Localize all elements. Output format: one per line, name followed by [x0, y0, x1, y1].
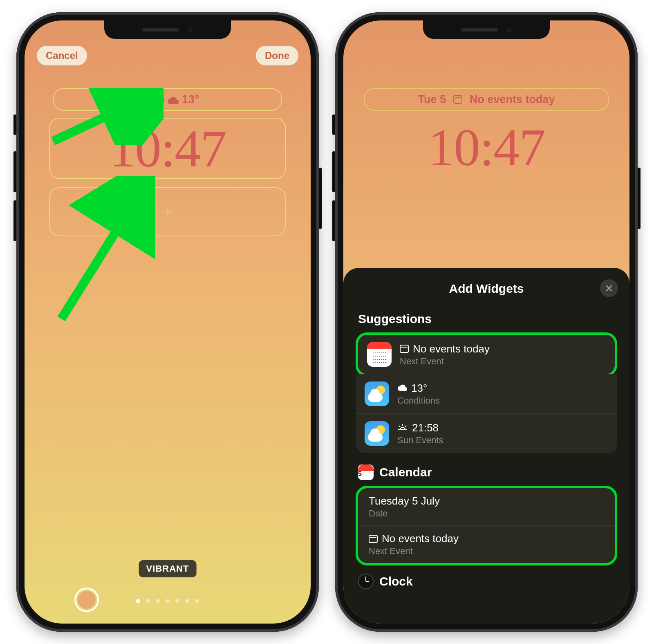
filter-label: VIBRANT	[139, 560, 197, 577]
done-button[interactable]: Done	[256, 46, 298, 65]
page-dots[interactable]	[136, 599, 199, 603]
widget-title: Tuesday 5 July	[369, 495, 440, 507]
close-icon	[605, 284, 613, 292]
color-swatch-button[interactable]	[78, 591, 96, 609]
suggestion-subtitle: Next Event	[400, 356, 490, 367]
events-text: No events today	[470, 93, 555, 106]
clock-section-header[interactable]: Clock	[358, 574, 615, 589]
phone-left: Cancel Done Tue 5 13° 10:47 + VIBRANT	[16, 12, 319, 632]
widget-subtitle: Date	[369, 508, 604, 519]
calendar-heading: Calendar	[379, 465, 432, 479]
calendar-date-widget[interactable]: Tuesday 5 July Date	[358, 488, 615, 526]
weather-app-icon	[365, 421, 389, 446]
sunset-icon	[397, 422, 408, 434]
widget-subtitle: Next Event	[369, 546, 604, 556]
sheet-title: Add Widgets	[356, 282, 617, 296]
suggestion-title: 13°	[411, 382, 427, 395]
calendar-widgets-card: Tuesday 5 July Date No events today Next…	[356, 486, 617, 565]
wallpaper	[25, 20, 311, 624]
suggestions-heading: Suggestions	[358, 312, 615, 326]
calendar-next-event-widget[interactable]: No events today Next Event	[358, 526, 615, 563]
cloud-icon	[167, 95, 179, 103]
suggestion-sun-events[interactable]: 21:58 Sun Events	[356, 414, 617, 453]
calendar-icon	[400, 345, 409, 353]
calendar-app-icon: 5	[358, 464, 374, 480]
cloud-icon	[397, 382, 407, 395]
date-text: Tue 5	[136, 93, 165, 106]
suggestions-card: 13° Conditions 21:58 Sun Events	[356, 374, 617, 453]
screen-left: Cancel Done Tue 5 13° 10:47 + VIBRANT	[25, 20, 311, 624]
plus-icon: +	[162, 202, 173, 222]
temperature-text: 13°	[182, 93, 199, 106]
suggestion-subtitle: Conditions	[397, 395, 440, 406]
add-widget-slot[interactable]: +	[49, 187, 286, 236]
widget-title: No events today	[382, 532, 459, 545]
screen-right: Tue 5 No events today 10:47 Add Widgets …	[343, 20, 629, 624]
clock-icon	[358, 574, 374, 589]
notch	[423, 20, 550, 39]
time-text: 10:47	[428, 117, 545, 178]
calendar-section-header[interactable]: 5 Calendar	[358, 464, 615, 480]
notch	[104, 20, 231, 39]
time-text: 10:47	[109, 122, 226, 175]
calendar-icon	[369, 535, 378, 543]
suggestion-conditions[interactable]: 13° Conditions	[356, 374, 617, 414]
cancel-button[interactable]: Cancel	[37, 46, 87, 65]
suggestion-title: No events today	[413, 343, 490, 355]
date-weather-widget-slot[interactable]: Tue 5 13°	[53, 88, 282, 111]
calendar-app-icon: • • • • • • •• • • • • • •• • • • • • ••…	[367, 342, 392, 367]
weather-app-icon	[365, 381, 389, 406]
date-events-widget-slot[interactable]: Tue 5 No events today	[364, 88, 609, 111]
date-text: Tue 5	[418, 93, 446, 106]
suggestion-next-event[interactable]: • • • • • • •• • • • • • •• • • • • • ••…	[356, 332, 617, 377]
time-widget-slot[interactable]: 10:47	[49, 118, 286, 179]
close-button[interactable]	[600, 279, 618, 297]
suggestion-title: 21:58	[412, 422, 439, 434]
calendar-icon	[453, 95, 462, 104]
clock-heading: Clock	[379, 574, 413, 588]
phone-right: Tue 5 No events today 10:47 Add Widgets …	[335, 12, 638, 632]
suggestion-subtitle: Sun Events	[397, 435, 443, 446]
add-widgets-sheet: Add Widgets Suggestions • • • • • • •• •…	[343, 268, 629, 624]
